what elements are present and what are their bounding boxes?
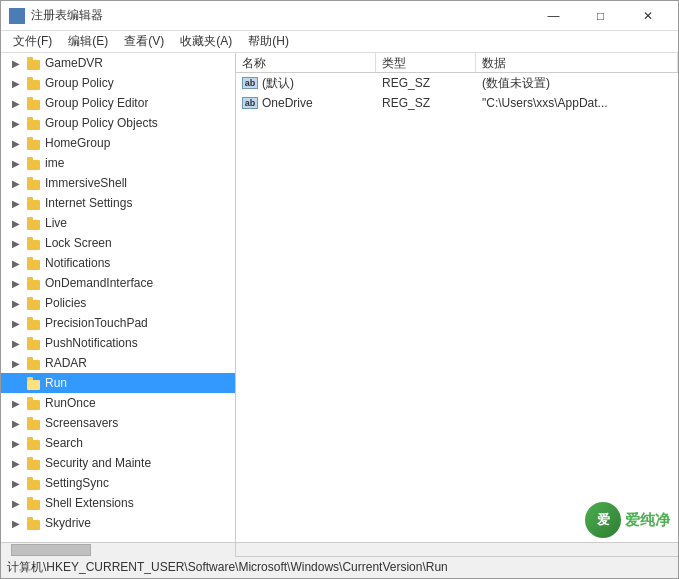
folder-icon [26, 376, 42, 390]
right-panel: 名称 类型 数据 ab(默认)REG_SZ(数值未设置)abOneDriveRE… [236, 53, 678, 542]
cell-name: ab(默认) [236, 73, 376, 94]
window-controls: — □ ✕ [531, 1, 670, 31]
table-row[interactable]: ab(默认)REG_SZ(数值未设置) [236, 73, 678, 93]
tree-item-label: HomeGroup [45, 136, 110, 150]
status-text: 计算机\HKEY_CURRENT_USER\Software\Microsoft… [7, 559, 448, 576]
tree-item-label: RunOnce [45, 396, 96, 410]
tree-item[interactable]: ▶Shell Extensions [1, 493, 235, 513]
tree-arrow-icon: ▶ [9, 76, 23, 90]
tree-item-label: SettingSync [45, 476, 109, 490]
reg-value-icon: ab [242, 77, 258, 89]
tree-arrow-icon: ▶ [9, 156, 23, 170]
tree-item[interactable]: ▶HomeGroup [1, 133, 235, 153]
tree-item-label: GameDVR [45, 56, 103, 70]
folder-icon [26, 76, 42, 90]
tree-item-label: OnDemandInterface [45, 276, 153, 290]
window-title: 注册表编辑器 [31, 7, 103, 24]
tree-item[interactable]: ▶PrecisionTouchPad [1, 313, 235, 333]
left-hscroll-thumb[interactable] [11, 544, 91, 556]
cell-name-text: OneDrive [262, 96, 313, 110]
folder-icon [26, 336, 42, 350]
maximize-button[interactable]: □ [578, 1, 623, 31]
tree-item[interactable]: ▶Screensavers [1, 413, 235, 433]
tree-item-label: Skydrive [45, 516, 91, 530]
folder-icon [26, 216, 42, 230]
folder-icon [26, 316, 42, 330]
tree-item-label: RADAR [45, 356, 87, 370]
folder-icon [26, 116, 42, 130]
tree-item[interactable]: ▶RunOnce [1, 393, 235, 413]
tree-item[interactable]: Run [1, 373, 235, 393]
tree-item[interactable]: ▶Group Policy [1, 73, 235, 93]
table-row[interactable]: abOneDriveREG_SZ"C:\Users\xxs\AppDat... [236, 93, 678, 113]
folder-icon [26, 476, 42, 490]
tree-arrow-icon [9, 376, 23, 390]
cell-data: (数值未设置) [476, 73, 678, 94]
tree-item-label: Run [45, 376, 67, 390]
folder-icon [26, 296, 42, 310]
tree-arrow-icon: ▶ [9, 336, 23, 350]
tree-item[interactable]: ▶Skydrive [1, 513, 235, 533]
folder-icon [26, 196, 42, 210]
tree-item[interactable]: ▶Live [1, 213, 235, 233]
tree-arrow-icon: ▶ [9, 176, 23, 190]
svg-rect-3 [18, 17, 23, 22]
folder-icon [26, 176, 42, 190]
tree-item[interactable]: ▶ImmersiveShell [1, 173, 235, 193]
tree-item[interactable]: ▶Policies [1, 293, 235, 313]
menu-edit[interactable]: 编辑(E) [60, 31, 116, 52]
tree-item[interactable]: ▶Lock Screen [1, 233, 235, 253]
menu-file[interactable]: 文件(F) [5, 31, 60, 52]
tree-arrow-icon: ▶ [9, 316, 23, 330]
tree-item[interactable]: ▶PushNotifications [1, 333, 235, 353]
cell-name: abOneDrive [236, 94, 376, 112]
col-header-name: 名称 [236, 53, 376, 72]
tree-arrow-icon: ▶ [9, 96, 23, 110]
menu-favorites[interactable]: 收藏夹(A) [172, 31, 240, 52]
left-hscroll[interactable] [1, 543, 236, 557]
tree-item[interactable]: ▶Security and Mainte [1, 453, 235, 473]
folder-icon [26, 256, 42, 270]
tree-item-label: Search [45, 436, 83, 450]
folder-icon [26, 56, 42, 70]
tree-container[interactable]: ▶GameDVR▶Group Policy▶Group Policy Edito… [1, 53, 235, 542]
tree-item[interactable]: ▶Group Policy Editor [1, 93, 235, 113]
tree-arrow-icon: ▶ [9, 356, 23, 370]
table-body: ab(默认)REG_SZ(数值未设置)abOneDriveREG_SZ"C:\U… [236, 73, 678, 542]
left-hscroll-track[interactable] [1, 543, 235, 557]
tree-arrow-icon: ▶ [9, 136, 23, 150]
tree-item-label: Screensavers [45, 416, 118, 430]
tree-arrow-icon: ▶ [9, 256, 23, 270]
cell-name-text: (默认) [262, 75, 294, 92]
title-bar: 注册表编辑器 — □ ✕ [1, 1, 678, 31]
tree-item-label: Shell Extensions [45, 496, 134, 510]
tree-arrow-icon: ▶ [9, 456, 23, 470]
menu-help[interactable]: 帮助(H) [240, 31, 297, 52]
tree-arrow-icon: ▶ [9, 196, 23, 210]
folder-icon [26, 156, 42, 170]
table-header: 名称 类型 数据 [236, 53, 678, 73]
tree-item[interactable]: ▶GameDVR [1, 53, 235, 73]
tree-arrow-icon: ▶ [9, 296, 23, 310]
tree-arrow-icon: ▶ [9, 276, 23, 290]
minimize-button[interactable]: — [531, 1, 576, 31]
tree-item-label: ime [45, 156, 64, 170]
tree-item[interactable]: ▶OnDemandInterface [1, 273, 235, 293]
folder-icon [26, 356, 42, 370]
tree-item[interactable]: ▶SettingSync [1, 473, 235, 493]
tree-item[interactable]: ▶Search [1, 433, 235, 453]
tree-arrow-icon: ▶ [9, 476, 23, 490]
tree-item-label: Security and Mainte [45, 456, 151, 470]
close-button[interactable]: ✕ [625, 1, 670, 31]
reg-value-icon: ab [242, 97, 258, 109]
tree-item[interactable]: ▶Group Policy Objects [1, 113, 235, 133]
tree-item[interactable]: ▶RADAR [1, 353, 235, 373]
tree-item[interactable]: ▶Notifications [1, 253, 235, 273]
folder-icon [26, 396, 42, 410]
svg-rect-0 [11, 10, 16, 15]
tree-item[interactable]: ▶Internet Settings [1, 193, 235, 213]
folder-icon [26, 456, 42, 470]
tree-arrow-icon: ▶ [9, 416, 23, 430]
tree-item[interactable]: ▶ime [1, 153, 235, 173]
menu-view[interactable]: 查看(V) [116, 31, 172, 52]
